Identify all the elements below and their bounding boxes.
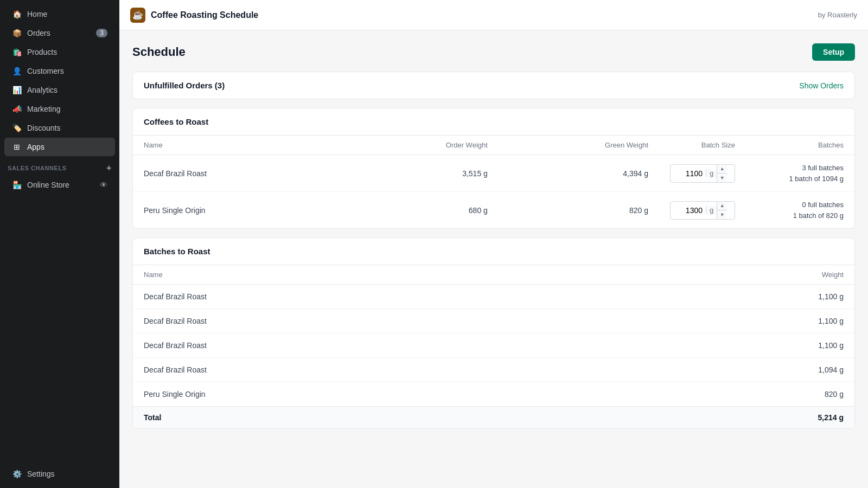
show-orders-link[interactable]: Show Orders [799, 81, 844, 90]
sidebar-label-orders: Orders [27, 29, 91, 37]
table-row: Decaf Brazil Roast 1,100 g [133, 309, 854, 333]
sidebar-item-analytics[interactable]: 📊 Analytics [4, 81, 115, 99]
orders-icon: 📦 [12, 28, 22, 38]
batches-to-roast-table: Name Weight Decaf Brazil Roast 1,100 g D… [133, 265, 854, 428]
coffee-order-weight-0: 3,515 g [342, 155, 499, 192]
batch-size-up-0[interactable]: ▲ [717, 165, 727, 174]
col-green-weight: Green Weight [499, 136, 659, 155]
table-row: Peru Single Origin 820 g [133, 382, 854, 407]
online-store-icon: 🏪 [12, 180, 22, 190]
batch-name-3: Decaf Brazil Roast [133, 358, 595, 382]
batch-size-field-0[interactable] [671, 167, 706, 180]
batches-to-roast-table-container: Name Weight Decaf Brazil Roast 1,100 g D… [133, 265, 854, 428]
coffee-green-weight-1: 820 g [499, 192, 659, 229]
batch-weight-1: 1,100 g [595, 309, 854, 333]
table-row: Decaf Brazil Roast 3,515 g 4,394 g g ▲ ▼… [133, 155, 854, 192]
online-store-visibility-icon[interactable]: 👁 [100, 181, 107, 189]
products-icon: 🛍️ [12, 47, 22, 57]
sidebar-item-products[interactable]: 🛍️ Products [4, 43, 115, 61]
page-title: Schedule [132, 45, 186, 59]
sidebar-item-orders[interactable]: 📦 Orders 3 [4, 24, 115, 42]
coffee-name-1: Peru Single Origin [133, 192, 342, 229]
batch-size-up-1[interactable]: ▲ [717, 202, 727, 210]
batch-weight-4: 820 g [595, 382, 854, 407]
main-content: ☕ Coffee Roasting Schedule by Roasterly … [119, 0, 868, 488]
analytics-icon: 📊 [12, 85, 22, 95]
batch-name-0: Decaf Brazil Roast [133, 285, 595, 309]
topbar: ☕ Coffee Roasting Schedule by Roasterly [119, 0, 868, 30]
batch-size-field-1[interactable] [671, 204, 706, 217]
batches-col-name: Name [133, 265, 595, 285]
batch-size-input-1[interactable]: g ▲ ▼ [670, 201, 735, 220]
sales-channels-label: SALES CHANNELS + [0, 157, 119, 175]
coffee-order-weight-1: 680 g [342, 192, 499, 229]
batches-line2-1: 1 batch of 820 g [757, 210, 844, 221]
table-row: Decaf Brazil Roast 1,100 g [133, 333, 854, 358]
app-icon: ☕ [130, 8, 145, 23]
sidebar-label-customers: Customers [27, 67, 107, 75]
sidebar-item-apps[interactable]: ⊞ Apps [4, 138, 115, 156]
sidebar-label-apps: Apps [27, 143, 107, 151]
unfulfilled-orders-title: Unfulfilled Orders (3) [144, 81, 225, 90]
unfulfilled-orders-card: Unfulfilled Orders (3) Show Orders [132, 72, 855, 99]
coffee-green-weight-0: 4,394 g [499, 155, 659, 192]
add-channel-icon[interactable]: + [106, 163, 112, 173]
batch-size-input-0[interactable]: g ▲ ▼ [670, 164, 735, 183]
col-batch-size: Batch Size [659, 136, 746, 155]
batches-col-weight: Weight [595, 265, 854, 285]
batch-name-4: Peru Single Origin [133, 382, 595, 407]
batch-weight-2: 1,100 g [595, 333, 854, 358]
content-area: Schedule Setup Unfulfilled Orders (3) Sh… [119, 30, 868, 488]
total-value: 5,214 g [595, 407, 854, 429]
total-label: Total [133, 407, 595, 429]
coffee-batches-1: 0 full batches 1 batch of 820 g [746, 192, 854, 229]
sidebar-item-marketing[interactable]: 📣 Marketing [4, 100, 115, 118]
app-by: by Roasterly [818, 11, 857, 19]
discounts-icon: 🏷️ [12, 123, 22, 133]
setup-button[interactable]: Setup [812, 43, 855, 61]
batch-weight-3: 1,094 g [595, 358, 854, 382]
settings-icon: ⚙️ [12, 469, 22, 479]
sidebar-item-settings[interactable]: ⚙️ Settings [4, 465, 115, 483]
sidebar-label-discounts: Discounts [27, 124, 107, 132]
coffee-batch-size-cell-0: g ▲ ▼ [659, 155, 746, 192]
batch-size-unit-0: g [706, 169, 717, 177]
sidebar-item-discounts[interactable]: 🏷️ Discounts [4, 119, 115, 137]
customers-icon: 👤 [12, 66, 22, 76]
batch-name-2: Decaf Brazil Roast [133, 333, 595, 358]
batches-to-roast-header: Batches to Roast [133, 238, 854, 265]
coffees-to-roast-table-container: Name Order Weight Green Weight Batch Siz… [133, 135, 854, 228]
batch-size-spinner-1: ▲ ▼ [717, 202, 727, 219]
page-header: Schedule Setup [132, 43, 855, 61]
batches-to-roast-card: Batches to Roast Name Weight Decaf Brazi… [132, 237, 855, 429]
sidebar-label-products: Products [27, 48, 107, 56]
apps-icon: ⊞ [12, 142, 22, 152]
sidebar-label-analytics: Analytics [27, 86, 107, 94]
home-icon: 🏠 [12, 9, 22, 19]
batch-size-unit-1: g [706, 206, 717, 214]
sidebar-label-online-store: Online Store [27, 181, 94, 189]
sidebar-item-online-store[interactable]: 🏪 Online Store 👁 [4, 176, 115, 194]
table-row: Decaf Brazil Roast 1,100 g [133, 285, 854, 309]
batch-weight-0: 1,100 g [595, 285, 854, 309]
col-name: Name [133, 136, 342, 155]
sidebar-label-marketing: Marketing [27, 105, 107, 113]
sidebar-label-settings: Settings [27, 470, 107, 478]
batch-size-down-0[interactable]: ▼ [717, 174, 727, 182]
batches-line1-0: 3 full batches [757, 163, 844, 174]
col-order-weight: Order Weight [342, 136, 499, 155]
badge-orders: 3 [96, 29, 107, 37]
coffees-to-roast-table: Name Order Weight Green Weight Batch Siz… [133, 135, 854, 228]
batch-size-down-1[interactable]: ▼ [717, 210, 727, 219]
batch-name-1: Decaf Brazil Roast [133, 309, 595, 333]
sidebar-item-customers[interactable]: 👤 Customers [4, 62, 115, 80]
coffee-batches-0: 3 full batches 1 batch of 1094 g [746, 155, 854, 192]
col-batches: Batches [746, 136, 854, 155]
sidebar-item-home[interactable]: 🏠 Home [4, 5, 115, 23]
marketing-icon: 📣 [12, 104, 22, 114]
coffee-batch-size-cell-1: g ▲ ▼ [659, 192, 746, 229]
coffee-name-0: Decaf Brazil Roast [133, 155, 342, 192]
coffees-to-roast-title: Coffees to Roast [144, 117, 208, 126]
app-title: Coffee Roasting Schedule [151, 10, 813, 20]
sidebar-label-home: Home [27, 10, 107, 18]
